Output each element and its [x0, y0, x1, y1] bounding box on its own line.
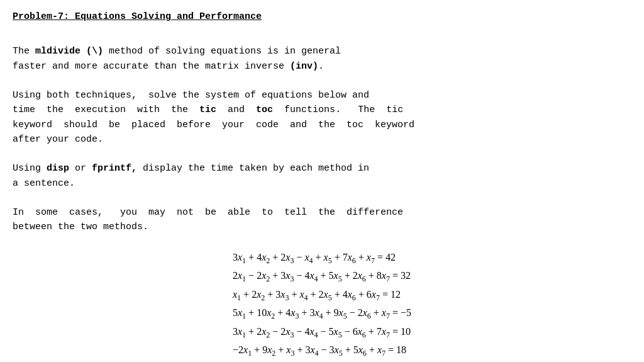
eq-line-2: 2x1 − 2x2 + 3x3 − 4x4 + 5x5 + 2x6 + 8x7 …: [233, 267, 411, 286]
eq-line-3: x1 + 2x2 + 3x3 + x4 + 2x5 + 4x6 + 6x7 = …: [233, 286, 411, 305]
equations-container: 3x1 + 4x2 + 2x3 − x4 + x5 + 7x6 + x7 = 4…: [233, 249, 411, 363]
fprintf-keyword: fprintf,: [92, 163, 137, 174]
paragraph-4: In some cases, you may not be able to te…: [13, 191, 631, 235]
eq-line-1: 3x1 + 4x2 + 2x3 − x4 + x5 + 7x6 + x7 = 4…: [233, 249, 411, 268]
paragraph-2: Using both techniques, solve the system …: [13, 74, 631, 147]
eq-line-4: 5x1 + 10x2 + 4x3 + 3x4 + 9x5 − 2x6 + x7 …: [233, 304, 411, 323]
techniques-word: techniques: [75, 90, 131, 101]
tic-keyword: tic: [199, 105, 216, 115]
paragraph-1: The mldivide (\) method of solving equat…: [13, 30, 631, 74]
paragraph-3: Using disp or fprintf, display the time …: [13, 147, 631, 191]
toc-keyword: toc: [256, 105, 273, 115]
mldivide-keyword: mldivide (\): [35, 46, 103, 57]
inv-keyword: (inv): [290, 61, 318, 72]
equations-section: 3x1 + 4x2 + 2x3 − x4 + x5 + 7x6 + x7 = 4…: [13, 249, 631, 363]
eq-line-6: −2x1 + 9x2 + x3 + 3x4 − 3x5 + 5x6 + x7 =…: [233, 341, 411, 360]
eq-line-5: 3x1 + 2x2 − 2x3 − 4x4 − 5x5 − 6x6 + 7x7 …: [233, 323, 411, 342]
disp-keyword: disp: [47, 163, 69, 174]
page-title: Problem-7: Equations Solving and Perform…: [13, 11, 631, 22]
